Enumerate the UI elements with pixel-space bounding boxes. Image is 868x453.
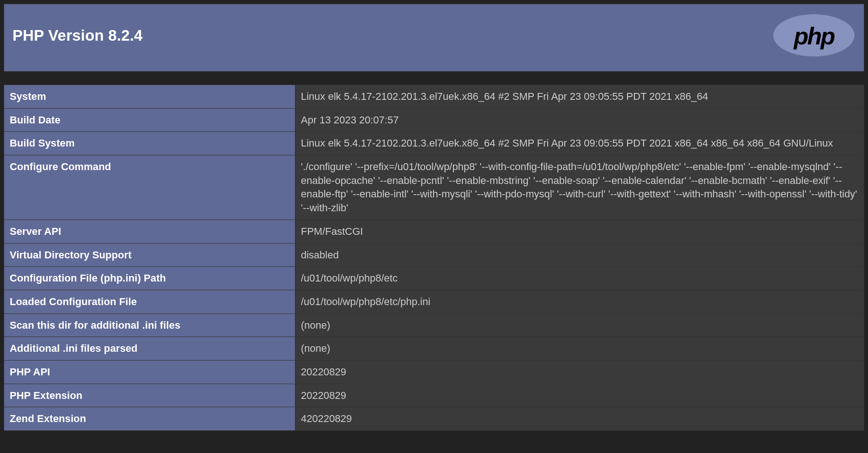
row-value: Linux elk 5.4.17-2102.201.3.el7uek.x86_6… bbox=[295, 85, 864, 109]
php-logo-icon: php bbox=[772, 13, 856, 57]
page-title: PHP Version 8.2.4 bbox=[12, 27, 143, 44]
row-value: 20220829 bbox=[295, 384, 864, 407]
row-value: FPM/FastCGI bbox=[295, 220, 864, 243]
row-label: PHP API bbox=[4, 360, 295, 384]
row-value: Apr 13 2023 20:07:57 bbox=[295, 108, 864, 132]
row-value: (none) bbox=[295, 337, 864, 361]
row-value: 420220829 bbox=[295, 407, 864, 431]
table-row: Loaded Configuration File/u01/tool/wp/ph… bbox=[4, 290, 864, 313]
row-value: './configure' '--prefix=/u01/tool/wp/php… bbox=[295, 155, 864, 220]
row-value: (none) bbox=[295, 313, 864, 337]
table-row: Build SystemLinux elk 5.4.17-2102.201.3.… bbox=[4, 132, 864, 155]
table-row: Build DateApr 13 2023 20:07:57 bbox=[4, 108, 864, 132]
row-label: Build Date bbox=[4, 108, 295, 132]
row-label: Configure Command bbox=[4, 155, 295, 220]
row-value: 20220829 bbox=[295, 360, 864, 384]
phpinfo-header: PHP Version 8.2.4 php bbox=[4, 4, 864, 72]
table-row: Zend Extension420220829 bbox=[4, 407, 864, 431]
table-row: Server APIFPM/FastCGI bbox=[4, 220, 864, 243]
table-row: PHP API20220829 bbox=[4, 360, 864, 384]
table-row: Virtual Directory Supportdisabled bbox=[4, 243, 864, 267]
row-label: Build System bbox=[4, 132, 295, 155]
table-row: Scan this dir for additional .ini files(… bbox=[4, 313, 864, 337]
row-value: disabled bbox=[295, 243, 864, 267]
row-label: Configuration File (php.ini) Path bbox=[4, 267, 295, 290]
table-row: Additional .ini files parsed(none) bbox=[4, 337, 864, 361]
row-label: Loaded Configuration File bbox=[4, 290, 295, 313]
table-row: Configuration File (php.ini) Path/u01/to… bbox=[4, 267, 864, 290]
phpinfo-table: SystemLinux elk 5.4.17-2102.201.3.el7uek… bbox=[4, 85, 864, 431]
row-label: Additional .ini files parsed bbox=[4, 337, 295, 361]
table-row: SystemLinux elk 5.4.17-2102.201.3.el7uek… bbox=[4, 85, 864, 109]
row-label: Zend Extension bbox=[4, 407, 295, 431]
php-logo: php bbox=[772, 13, 856, 57]
row-label: Server API bbox=[4, 220, 295, 243]
row-label: Virtual Directory Support bbox=[4, 243, 295, 267]
table-row: Configure Command'./configure' '--prefix… bbox=[4, 155, 864, 220]
row-label: System bbox=[4, 85, 295, 109]
row-value: Linux elk 5.4.17-2102.201.3.el7uek.x86_6… bbox=[295, 132, 864, 155]
table-row: PHP Extension20220829 bbox=[4, 384, 864, 407]
row-label: PHP Extension bbox=[4, 384, 295, 407]
svg-text:php: php bbox=[793, 23, 835, 49]
row-label: Scan this dir for additional .ini files bbox=[4, 313, 295, 337]
row-value: /u01/tool/wp/php8/etc/php.ini bbox=[295, 290, 864, 313]
row-value: /u01/tool/wp/php8/etc bbox=[295, 267, 864, 290]
